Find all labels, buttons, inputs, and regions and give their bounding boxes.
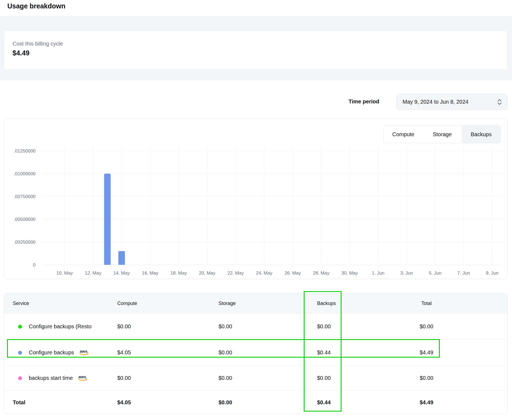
svg-text:.00250000: .00250000 [14, 240, 36, 245]
service-name: Configure backups (Resto [29, 323, 91, 330]
backups-cost: $0.00 [317, 323, 384, 330]
series-dot-blue [18, 351, 22, 355]
table-header-row: Service Compute Storage Backups Total [4, 293, 507, 314]
series-dot-pink [18, 376, 22, 380]
usage-table: Service Compute Storage Backups Total Co… [4, 293, 508, 414]
col-header-total: Total [384, 301, 469, 306]
svg-text:3. Jun: 3. Jun [400, 271, 413, 276]
svg-text:30. May: 30. May [342, 271, 358, 276]
aws-logo-icon: aws [77, 374, 89, 382]
table-row: Configure backups (Resto $0.00 $0.00 $0.… [4, 314, 507, 340]
svg-text:.00750000: .00750000 [14, 194, 36, 199]
svg-text:14. May: 14. May [113, 271, 130, 276]
compute-cost: $0.00 [117, 323, 219, 330]
storage-cost: $0.00 [219, 323, 317, 330]
col-header-storage: Storage [219, 301, 317, 306]
svg-text:0: 0 [33, 262, 36, 268]
time-period-select[interactable]: May 9, 2024 to Jun 8, 2024 [396, 94, 508, 110]
cost-card: Cost this billing cycle $4.49 [4, 30, 508, 70]
svg-text:24. May: 24. May [256, 271, 273, 276]
cost-card-value: $4.49 [12, 49, 507, 57]
total-cost: $0.00 [384, 323, 469, 330]
svg-text:16. May: 16. May [142, 271, 159, 276]
svg-text:.00500000: .00500000 [14, 217, 36, 222]
backups-cost: $0.44 [317, 349, 384, 356]
svg-text:12. May: 12. May [85, 271, 102, 276]
storage-cost: $0.00 [219, 375, 317, 381]
total-backups-cost: $0.44 [317, 399, 384, 406]
total-total-cost: $4.49 [384, 399, 469, 406]
table-row: Configure backups aws $4.05 $0.00 $0.44 … [4, 340, 507, 366]
compute-cost: $4.05 [117, 349, 219, 356]
backups-cost: $0.00 [317, 375, 384, 381]
storage-cost: $0.00 [219, 349, 317, 356]
billing-summary-band: Cost this billing cycle $4.49 [0, 16, 512, 80]
series-dot-green [18, 325, 22, 329]
tab-storage[interactable]: Storage [423, 126, 462, 143]
svg-text:20. May: 20. May [199, 271, 216, 276]
total-storage-cost: $0.00 [219, 399, 317, 406]
svg-text:7. Jun: 7. Jun [457, 271, 470, 276]
time-period-value: May 9, 2024 to Jun 8, 2024 [403, 99, 468, 105]
svg-text:9. Jun: 9. Jun [486, 271, 498, 276]
compute-cost: $0.00 [117, 375, 219, 381]
table-row: backups start time aws $0.00 $0.00 $0.00… [4, 366, 507, 391]
total-cost: $0.00 [384, 375, 469, 381]
svg-text:1. Jun: 1. Jun [372, 271, 384, 276]
page-title: Usage breakdown [7, 2, 65, 10]
time-period-label: Time period [349, 98, 379, 105]
svg-text:28. May: 28. May [313, 271, 330, 276]
usage-chart-card: .01250000.01000000.00750000.00500000.002… [4, 119, 508, 279]
cost-card-label: Cost this billing cycle [12, 41, 507, 47]
col-header-backups: Backups [317, 301, 384, 306]
chevron-up-down-icon [497, 98, 502, 106]
svg-text:aws: aws [80, 349, 87, 354]
table-total-row: Total $4.05 $0.00 $0.44 $4.49 [4, 391, 507, 414]
col-header-compute: Compute [117, 301, 219, 306]
svg-text:.01000000: .01000000 [14, 171, 36, 176]
total-compute-cost: $4.05 [117, 399, 219, 406]
total-row-label: Total [4, 399, 117, 406]
total-cost: $4.49 [384, 349, 469, 356]
tab-backups[interactable]: Backups [462, 126, 501, 143]
service-name: Configure backups [29, 349, 74, 356]
tab-compute[interactable]: Compute [384, 126, 423, 143]
chart-metric-tabs: Compute Storage Backups [384, 125, 501, 143]
svg-text:.01250000: .01250000 [14, 148, 36, 154]
svg-text:10. May: 10. May [56, 271, 73, 276]
service-name: backups start time [29, 375, 73, 381]
svg-text:aws: aws [78, 374, 86, 379]
svg-text:22. May: 22. May [227, 271, 244, 276]
aws-logo-icon: aws [78, 349, 90, 356]
svg-text:5. Jun: 5. Jun [429, 271, 441, 276]
svg-text:26. May: 26. May [285, 271, 301, 276]
col-header-service: Service [4, 301, 117, 306]
svg-text:18. May: 18. May [170, 271, 187, 276]
